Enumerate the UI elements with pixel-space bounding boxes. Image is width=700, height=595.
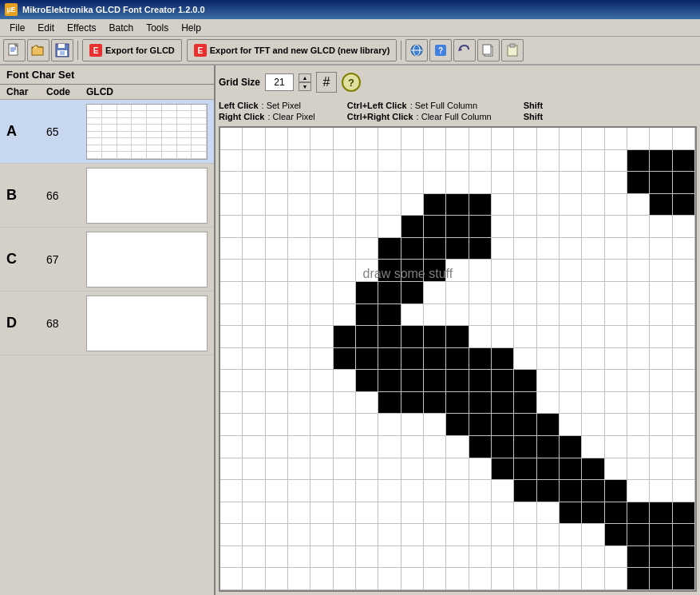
pixel-cell[interactable] (560, 282, 582, 304)
pixel-cell[interactable] (627, 524, 650, 546)
pixel-cell[interactable] (514, 128, 536, 150)
pixel-cell[interactable] (266, 392, 288, 415)
pixel-cell[interactable] (514, 238, 536, 260)
pixel-cell[interactable] (605, 260, 627, 282)
pixel-cell[interactable] (560, 128, 582, 150)
pixel-cell[interactable] (492, 216, 514, 238)
pixel-cell[interactable] (401, 392, 424, 415)
pixel-cell[interactable] (469, 502, 492, 525)
pixel-cell[interactable] (650, 260, 672, 282)
pixel-cell[interactable] (650, 238, 672, 260)
pixel-grid-container[interactable]: draw some stuff (219, 126, 697, 592)
pixel-cell[interactable] (627, 128, 650, 150)
pixel-cell[interactable] (243, 172, 265, 194)
pixel-cell[interactable] (310, 546, 333, 569)
pixel-cell[interactable] (605, 128, 627, 150)
pixel-cell[interactable] (446, 348, 469, 371)
pixel-cell[interactable] (424, 304, 446, 327)
pixel-cell[interactable] (560, 238, 582, 260)
pixel-cell[interactable] (605, 326, 627, 348)
pixel-cell[interactable] (424, 282, 446, 304)
pixel-cell[interactable] (627, 216, 650, 238)
pixel-cell[interactable] (334, 150, 356, 173)
pixel-cell[interactable] (514, 282, 536, 304)
pixel-cell[interactable] (627, 568, 650, 590)
pixel-cell[interactable] (469, 568, 492, 590)
pixel-cell[interactable] (356, 480, 378, 502)
pixel-cell[interactable] (378, 216, 401, 238)
pixel-cell[interactable] (627, 502, 650, 525)
pixel-cell[interactable] (446, 260, 469, 282)
pixel-cell[interactable] (650, 326, 672, 348)
pixel-cell[interactable] (673, 260, 695, 282)
pixel-cell[interactable] (334, 194, 356, 216)
pixel-cell[interactable] (492, 304, 514, 327)
copy-button[interactable] (477, 39, 500, 61)
pixel-cell[interactable] (537, 480, 560, 502)
pixel-cell[interactable] (310, 414, 333, 436)
pixel-cell[interactable] (492, 480, 514, 502)
pixel-cell[interactable] (401, 238, 424, 260)
pixel-cell[interactable] (310, 128, 333, 150)
pixel-cell[interactable] (673, 502, 695, 525)
pixel-cell[interactable] (378, 414, 401, 436)
pixel-cell[interactable] (537, 546, 560, 569)
pixel-cell[interactable] (537, 436, 560, 458)
pixel-cell[interactable] (492, 348, 514, 371)
pixel-cell[interactable] (514, 260, 536, 282)
pixel-cell[interactable] (310, 458, 333, 481)
pixel-cell[interactable] (220, 282, 243, 304)
pixel-cell[interactable] (356, 348, 378, 371)
pixel-cell[interactable] (378, 480, 401, 502)
pixel-cell[interactable] (334, 326, 356, 348)
pixel-cell[interactable] (243, 414, 265, 436)
pixel-cell[interactable] (401, 524, 424, 546)
pixel-cell[interactable] (446, 150, 469, 173)
pixel-cell[interactable] (446, 194, 469, 216)
pixel-cell[interactable] (446, 414, 469, 436)
grid-size-up[interactable]: ▲ (299, 73, 311, 82)
pixel-cell[interactable] (424, 546, 446, 569)
pixel-cell[interactable] (288, 524, 310, 546)
pixel-cell[interactable] (673, 326, 695, 348)
pixel-cell[interactable] (334, 172, 356, 194)
export-glcd-button[interactable]: E Export for GLCD (82, 39, 182, 61)
pixel-cell[interactable] (401, 480, 424, 502)
pixel-cell[interactable] (356, 502, 378, 525)
pixel-cell[interactable] (605, 304, 627, 327)
pixel-cell[interactable] (310, 392, 333, 415)
pixel-cell[interactable] (469, 238, 492, 260)
pixel-cell[interactable] (537, 128, 560, 150)
pixel-cell[interactable] (356, 370, 378, 392)
pixel-cell[interactable] (220, 414, 243, 436)
pixel-cell[interactable] (469, 414, 492, 436)
pixel-cell[interactable] (650, 370, 672, 392)
pixel-cell[interactable] (401, 128, 424, 150)
pixel-cell[interactable] (627, 326, 650, 348)
pixel-cell[interactable] (650, 414, 672, 436)
char-row[interactable]: D68 (0, 292, 214, 355)
pixel-cell[interactable] (401, 194, 424, 216)
pixel-cell[interactable] (401, 546, 424, 569)
pixel-cell[interactable] (514, 392, 536, 415)
pixel-cell[interactable] (514, 216, 536, 238)
pixel-cell[interactable] (424, 458, 446, 481)
pixel-cell[interactable] (469, 150, 492, 173)
pixel-cell[interactable] (220, 304, 243, 327)
save-button[interactable] (51, 39, 73, 61)
pixel-cell[interactable] (356, 194, 378, 216)
pixel-cell[interactable] (514, 524, 536, 546)
pixel-cell[interactable] (310, 172, 333, 194)
pixel-cell[interactable] (537, 524, 560, 546)
grid-hash-button[interactable]: # (316, 72, 337, 93)
pixel-cell[interactable] (378, 150, 401, 173)
pixel-cell[interactable] (310, 436, 333, 458)
pixel-cell[interactable] (492, 172, 514, 194)
pixel-cell[interactable] (356, 326, 378, 348)
pixel-cell[interactable] (243, 194, 265, 216)
pixel-cell[interactable] (401, 304, 424, 327)
pixel-cell[interactable] (378, 524, 401, 546)
pixel-cell[interactable] (650, 348, 672, 371)
pixel-cell[interactable] (582, 392, 604, 415)
pixel-cell[interactable] (673, 414, 695, 436)
